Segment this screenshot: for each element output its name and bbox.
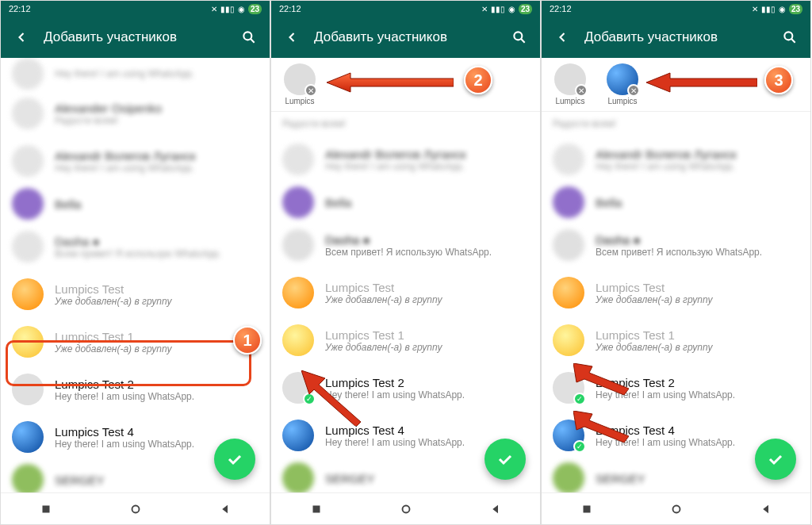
contact-status: Уже добавлен(-а) в группу bbox=[55, 296, 259, 307]
dnd-icon: ✕ bbox=[752, 5, 758, 13]
avatar bbox=[282, 420, 314, 451]
contact-row[interactable]: Lumpics Test 1 Уже добавлен(-а) в группу bbox=[271, 316, 540, 364]
contact-row[interactable]: Alexandr Волегов Луганск Hey there! I am… bbox=[1, 137, 270, 185]
contact-row-lumpics-test-2[interactable]: ✓ Lumpics Test 2 Hey there! I am using W… bbox=[542, 364, 810, 412]
contact-status: Hey there! I am using WhatsApp. bbox=[55, 68, 259, 79]
wifi-icon: ◉ bbox=[508, 5, 515, 13]
back-button[interactable] bbox=[7, 23, 36, 52]
contact-row[interactable]: Lumpics Test Уже добавлен(-а) в группу bbox=[271, 269, 540, 316]
recent-apps-button[interactable] bbox=[39, 502, 53, 516]
contact-name: Alexandr Волегов Луганск bbox=[55, 149, 259, 163]
chip-label: Lumpics bbox=[285, 97, 314, 105]
wifi-icon: ◉ bbox=[238, 5, 245, 13]
avatar bbox=[12, 145, 44, 177]
avatar bbox=[553, 229, 584, 261]
recent-apps-button[interactable] bbox=[580, 502, 594, 516]
contact-row[interactable]: Dasha ● Всем привет! Я использую WhatsAp… bbox=[271, 221, 540, 269]
contact-row-lumpics-test-2[interactable]: Lumpics Test 2 Hey there! I am using Wha… bbox=[1, 366, 270, 413]
contact-name: Lumpics Test 4 bbox=[325, 423, 529, 437]
battery-badge: 23 bbox=[248, 4, 262, 14]
contact-row-lumpics-test-2[interactable]: ✓ Lumpics Test 2 Hey there! I am using W… bbox=[271, 364, 540, 412]
back-button[interactable] bbox=[278, 23, 306, 52]
confirm-fab[interactable] bbox=[755, 439, 796, 480]
search-button[interactable] bbox=[776, 23, 804, 52]
confirm-fab[interactable] bbox=[485, 439, 526, 480]
home-button[interactable] bbox=[128, 502, 143, 516]
confirm-fab[interactable] bbox=[214, 439, 255, 480]
avatar: ✓ bbox=[553, 420, 584, 451]
back-nav-button[interactable] bbox=[488, 502, 503, 516]
screen-3: 22:12 ✕ ▮▮▯ ◉ 23 Добавить участников ✕ L… bbox=[541, 0, 811, 525]
contact-row[interactable]: Alexandr Волегов Луганск Hey there! I am… bbox=[542, 136, 810, 183]
search-icon bbox=[782, 29, 798, 45]
selected-chip[interactable]: ✕ Lumpics bbox=[279, 63, 320, 105]
search-button[interactable] bbox=[505, 23, 534, 52]
check-icon bbox=[225, 450, 244, 469]
contact-row[interactable]: Hey there! I am using WhatsApp. bbox=[1, 58, 270, 90]
contact-row[interactable]: Alexandr Волегов Луганск Hey there! I am… bbox=[271, 136, 540, 183]
chip-remove-button[interactable]: ✕ bbox=[304, 84, 317, 97]
contact-name: Lumpics Test 1 bbox=[596, 328, 799, 342]
contact-row[interactable]: Bella bbox=[1, 185, 270, 223]
status-bar: 22:12 ✕ ▮▮▯ ◉ 23 bbox=[271, 1, 540, 17]
status-time: 22:12 bbox=[279, 4, 301, 13]
arrow-left-icon bbox=[284, 29, 300, 45]
contact-row[interactable]: Bella bbox=[542, 183, 810, 221]
chip-avatar: ✕ bbox=[554, 63, 586, 95]
avatar bbox=[12, 278, 44, 310]
back-nav-button[interactable] bbox=[218, 502, 232, 516]
avatar bbox=[12, 421, 44, 453]
status-icons: ✕ ▮▮▯ ◉ 23 bbox=[481, 4, 532, 14]
contact-status: Hey there! I am using WhatsApp. bbox=[55, 391, 259, 402]
chip-remove-button[interactable]: ✕ bbox=[575, 84, 588, 97]
avatar bbox=[553, 277, 584, 308]
contact-name: Lumpics Test 2 bbox=[55, 377, 259, 391]
signal-icon: ▮▮▯ bbox=[220, 5, 235, 13]
check-icon bbox=[766, 450, 785, 469]
contact-row[interactable]: Lumpics Test Уже добавлен(-а) в группу bbox=[1, 270, 270, 318]
contact-name: Lumpics Test bbox=[325, 281, 529, 294]
home-button[interactable] bbox=[399, 502, 413, 516]
contact-row[interactable]: Lumpics Test 1 Уже добавлен(-а) в группу bbox=[1, 318, 270, 366]
contact-status: Всем привет! Я использую WhatsApp. bbox=[325, 247, 529, 258]
contact-row[interactable]: Lumpics Test 1 Уже добавлен(-а) в группу bbox=[542, 316, 810, 364]
selected-chip[interactable]: ✕ Lumpics bbox=[602, 63, 643, 105]
contact-row[interactable]: Радости всем! bbox=[271, 112, 540, 136]
contact-row[interactable]: Радости всем! bbox=[542, 112, 810, 136]
svg-point-3 bbox=[132, 505, 139, 512]
svg-line-5 bbox=[521, 39, 525, 43]
contact-row[interactable]: Lumpics Test Уже добавлен(-а) в группу bbox=[542, 269, 810, 316]
home-button[interactable] bbox=[669, 502, 684, 516]
avatar bbox=[12, 58, 44, 90]
avatar bbox=[12, 231, 44, 262]
search-icon bbox=[511, 29, 527, 45]
contact-name: Alexandr Волегов Луганск bbox=[596, 148, 799, 161]
recent-apps-button[interactable] bbox=[309, 502, 324, 516]
selected-check-icon: ✓ bbox=[573, 440, 586, 453]
search-button[interactable] bbox=[235, 23, 263, 52]
contact-name: Alexandr Волегов Луганск bbox=[325, 148, 529, 161]
avatar: ✓ bbox=[282, 372, 314, 404]
contact-status: Уже добавлен(-а) в группу bbox=[325, 342, 529, 353]
app-bar: Добавить участников bbox=[271, 17, 540, 58]
search-icon bbox=[241, 29, 257, 45]
dnd-icon: ✕ bbox=[211, 5, 217, 13]
avatar bbox=[553, 144, 584, 175]
contact-row[interactable]: Alexander Osipenko Радости всем! bbox=[1, 90, 270, 137]
status-icons: ✕ ▮▮▯ ◉ 23 bbox=[211, 4, 262, 14]
contact-list[interactable]: Hey there! I am using WhatsApp. Alexande… bbox=[1, 58, 270, 492]
contact-status: Радости всем! bbox=[553, 118, 799, 129]
back-button[interactable] bbox=[548, 23, 576, 52]
contact-row[interactable]: Dasha ● Всем привет! Я использую WhatsAp… bbox=[542, 221, 810, 269]
chip-remove-button[interactable]: ✕ bbox=[627, 84, 640, 97]
signal-icon: ▮▮▯ bbox=[491, 5, 505, 13]
contact-row[interactable]: Bella bbox=[271, 183, 540, 221]
selected-chip[interactable]: ✕ Lumpics bbox=[550, 63, 591, 105]
contact-list[interactable]: Радости всем! Alexandr Волегов Луганск H… bbox=[271, 112, 540, 492]
back-nav-button[interactable] bbox=[759, 502, 773, 516]
avatar bbox=[12, 464, 44, 492]
contact-status: Hey there! I am using WhatsApp. bbox=[325, 389, 529, 400]
contact-list[interactable]: Радости всем! Alexandr Волегов Луганск H… bbox=[542, 112, 810, 492]
contact-row[interactable]: Dasha ● Всем привет! Я использую WhatsAp… bbox=[1, 223, 270, 270]
contact-name: Lumpics Test 4 bbox=[596, 423, 799, 437]
